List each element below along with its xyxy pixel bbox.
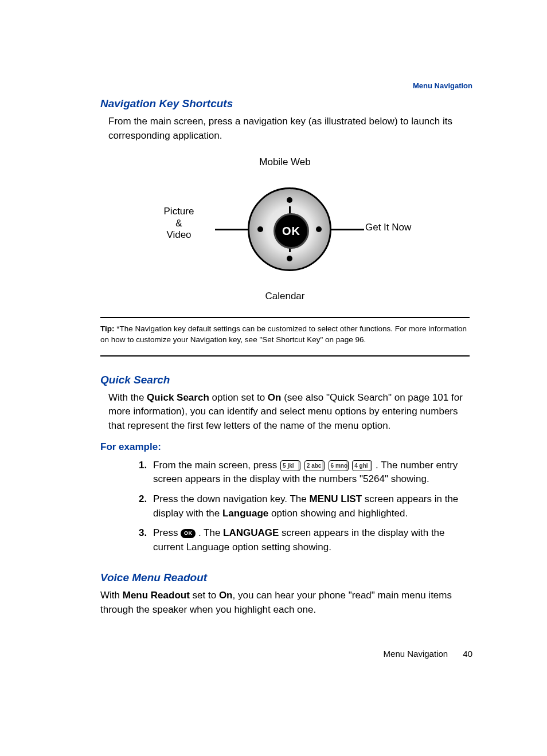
page-footer: Menu Navigation 40 bbox=[384, 649, 472, 659]
nav-key-diagram: Mobile Web Picture & Video Get It Now Ca… bbox=[100, 143, 470, 307]
tip-note: Tip: *The Navigation key default setting… bbox=[100, 324, 470, 344]
key-5-icon: 5 jkl bbox=[280, 460, 300, 471]
heading-nav-key-shortcuts: Navigation Key Shortcuts bbox=[100, 97, 470, 110]
heading-quick-search: Quick Search bbox=[100, 374, 470, 386]
diagram-label-top: Mobile Web bbox=[159, 156, 411, 168]
ok-pill-icon: OK bbox=[181, 529, 196, 538]
divider bbox=[100, 317, 470, 318]
ok-button-icon: OK bbox=[274, 213, 309, 249]
tip-text: *The Navigation key default settings can… bbox=[100, 324, 467, 343]
diagram-label-left: Picture & Video bbox=[147, 206, 210, 241]
page: Menu Navigation Navigation Key Shortcuts… bbox=[0, 0, 547, 756]
nav-disc: OK bbox=[248, 187, 331, 271]
page-number: 40 bbox=[463, 649, 472, 659]
header-link: Menu Navigation bbox=[413, 81, 472, 90]
key-4-icon: 4 ghi bbox=[352, 460, 372, 471]
heading-for-example: For example: bbox=[100, 441, 470, 453]
key-6-icon: 6 mno bbox=[329, 460, 349, 471]
voice-menu-body: With Menu Readout set to On, you can hea… bbox=[100, 589, 470, 617]
diagram-label-bottom: Calendar bbox=[159, 291, 411, 302]
example-steps: From the main screen, press 5 jkl 2 abc … bbox=[100, 459, 470, 555]
diagram-label-right: Get It Now bbox=[365, 222, 434, 233]
heading-voice-menu-readout: Voice Menu Readout bbox=[100, 571, 470, 584]
footer-section: Menu Navigation bbox=[384, 649, 448, 659]
quick-search-body: With the Quick Search option set to On (… bbox=[108, 391, 470, 433]
key-2-icon: 2 abc bbox=[304, 460, 325, 471]
tip-label: Tip: bbox=[100, 324, 115, 333]
step-2: Press the down navigation key. The MENU … bbox=[150, 492, 470, 520]
nav-key-shortcuts-body: From the main screen, press a navigation… bbox=[108, 115, 470, 143]
step-1: From the main screen, press 5 jkl 2 abc … bbox=[150, 459, 470, 487]
divider bbox=[100, 355, 470, 357]
step-3: Press OK . The LANGUAGE screen appears i… bbox=[150, 526, 470, 554]
